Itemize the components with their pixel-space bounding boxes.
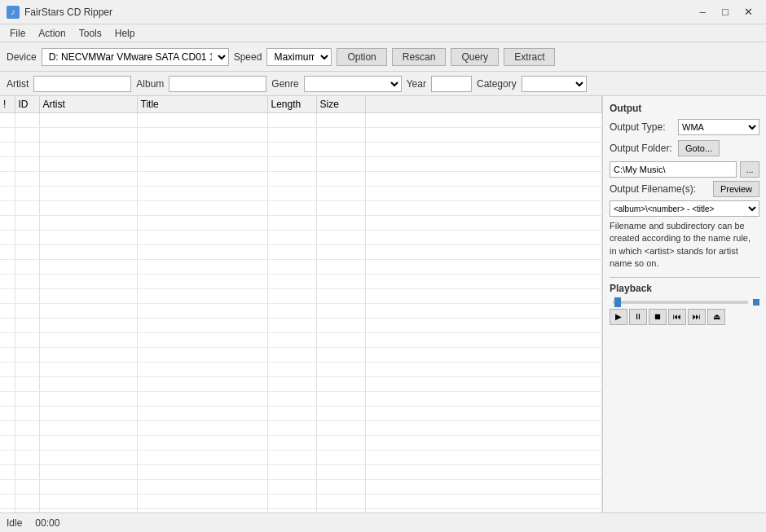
goto-button[interactable]: Goto... [678,140,720,156]
table-row [0,200,602,215]
table-row [0,230,602,244]
col-header-excl: ! [0,96,15,112]
table-row [0,127,602,142]
table-row [0,435,602,450]
col-header-title: Title [137,96,267,112]
table-row [0,391,602,406]
title-bar: ♪ FairStars CD Ripper – □ ✕ [0,0,766,24]
table-row [0,332,602,347]
folder-path-input[interactable] [610,161,737,178]
speed-select[interactable]: Maximum [266,48,332,66]
folder-path-row: ... [610,161,759,178]
artist-input[interactable] [33,76,131,92]
extract-button[interactable]: Extract [504,48,555,66]
table-row [0,420,602,435]
browse-button[interactable]: ... [740,161,759,178]
table-row [0,464,602,479]
play-button[interactable]: ▶ [610,309,627,325]
device-select[interactable]: D: NECVMWar VMware SATA CD01 1.00 [42,48,229,66]
output-type-label: Output Type: [610,121,675,133]
table-row [0,171,602,186]
table-row [0,112,602,127]
table-row [0,347,602,362]
device-label: Device [7,51,37,63]
table-row [0,479,602,494]
track-table: ! ID Artist Title Length Size [0,96,602,512]
output-type-select[interactable]: WMA [678,119,759,135]
speed-label: Speed [234,51,262,63]
preview-button[interactable]: Preview [713,181,759,197]
app-title: FairStars CD Ripper [24,7,691,18]
menu-file[interactable]: File [3,26,32,41]
table-row [0,215,602,230]
track-table-container: ! ID Artist Title Length Size [0,96,603,512]
option-button[interactable]: Option [337,48,386,66]
info-text: Filename and subdirectory can be created… [610,220,759,270]
filename-header-row: Output Filename(s): Preview [610,181,759,197]
year-input[interactable] [431,76,472,92]
app-icon: ♪ [7,6,20,19]
position-slider[interactable] [613,301,748,304]
table-row [0,244,602,259]
album-input[interactable] [169,76,266,92]
status-text: Idle [7,517,22,529]
prev-button[interactable]: ⏮ [668,309,686,325]
table-row [0,186,602,200]
category-select[interactable] [522,76,587,92]
position-thumb [614,297,621,307]
menu-action[interactable]: Action [32,26,72,41]
table-row [0,362,602,376]
playback-section-title: Playback [610,283,759,294]
main-area: ! ID Artist Title Length Size [0,96,766,512]
query-button[interactable]: Query [451,48,499,66]
table-row [0,450,602,464]
status-time: 00:00 [35,517,59,529]
window-controls: – □ ✕ [691,3,759,21]
table-row [0,376,602,391]
genre-select[interactable] [304,76,402,92]
filename-template-select[interactable]: <album>\<number> - <title> [610,200,759,217]
toolbar: Device D: NECVMWar VMware SATA CD01 1.00… [0,42,766,72]
volume-indicator [753,299,759,306]
album-label: Album [136,78,164,90]
category-label: Category [477,78,517,90]
playback-position-row [610,299,759,306]
next-button[interactable]: ⏭ [688,309,706,325]
maximize-button[interactable]: □ [714,3,737,21]
col-header-artist: Artist [39,96,137,112]
table-row [0,318,602,332]
table-row [0,288,602,303]
right-panel: Output Output Type: WMA Output Folder: G… [603,96,766,512]
table-row [0,156,602,171]
col-header-size: Size [316,96,365,112]
table-row [0,259,602,274]
output-type-row: Output Type: WMA [610,119,759,135]
col-header-length: Length [267,96,316,112]
metadata-bar: Artist Album Genre Year Category [0,72,766,96]
table-row [0,142,602,156]
pause-button[interactable]: ⏸ [629,309,647,325]
table-row [0,274,602,288]
table-row [0,303,602,318]
rescan-button[interactable]: Rescan [392,48,447,66]
status-bar: Idle 00:00 [0,512,766,532]
output-section-title: Output [610,103,759,114]
eject-button[interactable]: ⏏ [707,309,725,325]
output-folder-row: Output Folder: Goto... [610,140,759,156]
divider [610,277,759,278]
table-row [0,406,602,420]
close-button[interactable]: ✕ [737,3,759,21]
col-header-extra [365,96,602,112]
table-row [0,508,602,512]
table-row [0,494,602,508]
col-header-id: ID [15,96,39,112]
stop-button[interactable]: ⏹ [649,309,667,325]
output-folder-label: Output Folder: [610,143,675,154]
minimize-button[interactable]: – [691,3,714,21]
menu-help[interactable]: Help [108,26,142,41]
menu-tools[interactable]: Tools [73,26,108,41]
playback-controls: ▶ ⏸ ⏹ ⏮ ⏭ ⏏ [610,309,759,325]
menu-bar: File Action Tools Help [0,24,766,42]
genre-label: Genre [271,78,298,90]
filename-label: Output Filename(s): [610,183,710,195]
